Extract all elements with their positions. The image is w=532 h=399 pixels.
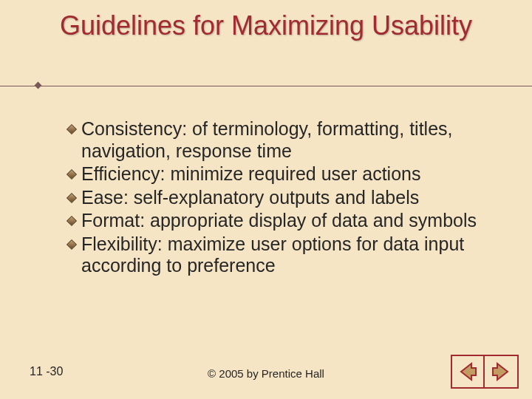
list-item: Efficiency: minimize required user actio… bbox=[66, 163, 480, 185]
bullet-text: Consistency: of terminology, formatting,… bbox=[81, 118, 480, 162]
list-item: Flexibility: maximize user options for d… bbox=[66, 233, 480, 277]
title-underline bbox=[0, 86, 532, 86]
prev-button[interactable] bbox=[451, 355, 485, 389]
svg-marker-0 bbox=[461, 364, 476, 380]
arrow-left-icon bbox=[457, 361, 479, 383]
bullet-text: Efficiency: minimize required user actio… bbox=[81, 163, 420, 185]
svg-marker-1 bbox=[493, 364, 508, 380]
slide-title: Guidelines for Maximizing Usability bbox=[0, 0, 532, 41]
bullet-text: Flexibility: maximize user options for d… bbox=[81, 233, 480, 277]
arrow-right-icon bbox=[490, 361, 512, 383]
diamond-bullet-icon bbox=[66, 124, 77, 134]
slide-nav bbox=[451, 355, 519, 389]
bullet-text: Format: appropriate display of data and … bbox=[81, 210, 477, 232]
diamond-bullet-icon bbox=[66, 169, 77, 180]
slide: Guidelines for Maximizing Usability Cons… bbox=[0, 0, 532, 399]
diamond-bullet-icon bbox=[66, 216, 77, 226]
diamond-bullet-icon bbox=[66, 239, 77, 250]
diamond-bullet-icon bbox=[66, 193, 77, 203]
bullet-text: Ease: self-explanatory outputs and label… bbox=[81, 187, 419, 209]
bullet-list: Consistency: of terminology, formatting,… bbox=[66, 118, 480, 279]
next-button[interactable] bbox=[485, 355, 519, 389]
list-item: Ease: self-explanatory outputs and label… bbox=[66, 187, 480, 209]
list-item: Consistency: of terminology, formatting,… bbox=[66, 118, 480, 162]
list-item: Format: appropriate display of data and … bbox=[66, 210, 480, 232]
